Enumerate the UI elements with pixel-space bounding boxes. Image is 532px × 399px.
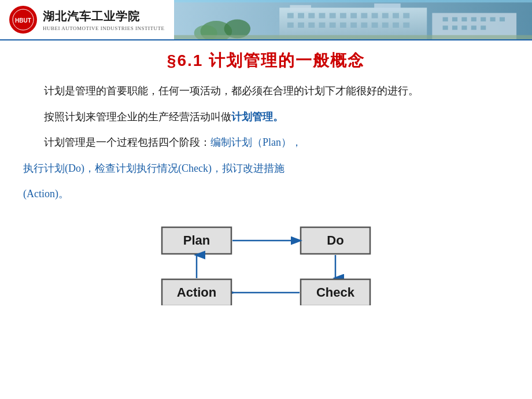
svg-rect-8	[374, 3, 401, 11]
svg-rect-40	[500, 17, 505, 21]
svg-rect-45	[481, 25, 486, 29]
svg-rect-18	[382, 13, 388, 18]
svg-rect-19	[393, 13, 399, 18]
paragraph-3c: (Action)。	[23, 185, 509, 203]
svg-rect-29	[371, 23, 378, 28]
logo-area: HBUT 湖北汽车工业学院 HUBEI AUTOMOTIVE INDUSTRIE…	[0, 0, 174, 39]
logo-chinese: 湖北汽车工业学院	[43, 9, 165, 24]
svg-rect-12	[319, 13, 325, 18]
pdca-svg: Plan Do	[145, 216, 387, 305]
svg-rect-22	[298, 23, 304, 28]
header: HBUT 湖北汽车工业学院 HUBEI AUTOMOTIVE INDUSTRIE…	[0, 0, 532, 40]
svg-rect-41	[442, 25, 448, 29]
svg-rect-23	[308, 23, 315, 28]
svg-rect-16	[361, 13, 367, 18]
svg-rect-44	[471, 25, 476, 29]
svg-rect-37	[471, 17, 476, 21]
pdca-diagram: Plan Do	[23, 215, 509, 307]
para3-line2: 执行计划(Do)，检查计划执行情况(Check)，拟订改进措施	[23, 162, 285, 174]
svg-rect-20	[403, 13, 409, 18]
para3-line1-prefix: 计划管理是一个过程包括四个阶段：	[44, 136, 210, 148]
svg-rect-10	[298, 13, 304, 18]
svg-rect-26	[340, 23, 346, 28]
svg-rect-13	[329, 13, 335, 18]
paragraph-1-text: 计划是管理的首要职能，任何一项活动，都必须在合理的计划下才能很好的进行。	[44, 85, 419, 97]
plan-label: Plan	[183, 233, 210, 247]
para3-line3: (Action)。	[23, 188, 69, 200]
svg-rect-32	[403, 23, 409, 28]
svg-rect-7	[290, 5, 311, 12]
svg-rect-28	[361, 23, 367, 28]
svg-rect-35	[452, 17, 457, 21]
paragraph-2: 按照计划来管理企业的生产经营活动叫做计划管理。	[23, 108, 509, 126]
svg-rect-24	[319, 23, 325, 28]
svg-rect-14	[340, 13, 346, 18]
paragraph-1: 计划是管理的首要职能，任何一项活动，都必须在合理的计划下才能很好的进行。	[23, 82, 509, 100]
svg-rect-25	[329, 23, 335, 28]
svg-rect-30	[382, 23, 388, 28]
svg-rect-39	[490, 17, 495, 21]
svg-rect-43	[461, 25, 467, 29]
svg-rect-38	[481, 17, 486, 21]
paragraph-2-prefix: 按照计划来管理企业的生产经营活动叫做	[44, 111, 231, 123]
logo-text: 湖北汽车工业学院 HUBEI AUTOMOTIVE INDUSTRIES INS…	[43, 9, 165, 31]
svg-rect-34	[442, 17, 448, 21]
do-label: Do	[327, 233, 343, 247]
svg-rect-9	[287, 13, 293, 18]
svg-rect-42	[452, 25, 457, 29]
svg-rect-15	[350, 13, 357, 18]
paragraph-3b: 执行计划(Do)，检查计划执行情况(Check)，拟订改进措施	[23, 160, 509, 178]
logo-english: HUBEI AUTOMOTIVE INDUSTRIES INSTITUTE	[43, 25, 165, 31]
svg-rect-46	[174, 35, 532, 39]
svg-rect-27	[350, 23, 357, 28]
main-content: §6.1 计划管理的一般概念 计划是管理的首要职能，任何一项活动，都必须在合理的…	[0, 40, 532, 319]
logo-icon: HBUT	[9, 6, 37, 34]
svg-rect-31	[393, 23, 399, 28]
paragraph-3: 计划管理是一个过程包括四个阶段：编制计划（Plan），	[23, 134, 509, 152]
svg-text:HBUT: HBUT	[15, 17, 31, 24]
para3-line1-suffix: 编制计划（Plan），	[210, 136, 302, 148]
svg-rect-17	[371, 13, 378, 18]
svg-rect-11	[308, 13, 315, 18]
svg-rect-21	[287, 23, 293, 28]
paragraph-2-highlight: 计划管理。	[231, 111, 283, 123]
action-label: Action	[177, 285, 216, 300]
slide-title: §6.1 计划管理的一般概念	[23, 50, 509, 72]
check-label: Check	[316, 285, 355, 300]
svg-rect-36	[461, 17, 467, 21]
header-photo	[174, 0, 532, 39]
